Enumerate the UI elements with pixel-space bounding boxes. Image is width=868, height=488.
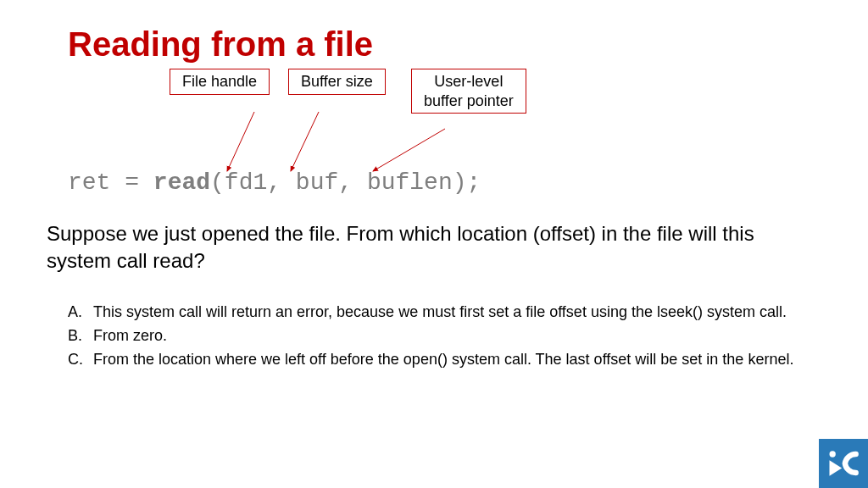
options-list: A. This system call will return an error… xyxy=(68,301,817,372)
annotation-buffer-size: Buffer size xyxy=(288,69,386,95)
option-letter: A. xyxy=(68,301,93,323)
list-item: C. From the location where we left off b… xyxy=(68,348,817,370)
option-letter: B. xyxy=(68,324,93,347)
question-text: Suppose we just opened the file. From wh… xyxy=(47,220,817,275)
option-text: This system call will return an error, b… xyxy=(93,301,817,323)
option-text: From the location where we left off befo… xyxy=(93,348,817,370)
code-args: (fd1, buf, buflen); xyxy=(210,169,481,196)
svg-marker-5 xyxy=(830,460,843,475)
code-snippet: ret = read(fd1, buf, buflen); xyxy=(68,169,481,196)
list-item: A. This system call will return an error… xyxy=(68,301,817,323)
brand-logo xyxy=(819,439,868,488)
logo-icon xyxy=(825,445,862,482)
annotation-file-handle: File handle xyxy=(170,69,270,95)
list-item: B. From zero. xyxy=(68,324,817,347)
code-func: read xyxy=(153,169,210,196)
option-letter: C. xyxy=(68,348,93,370)
annotation-user-buffer: User-levelbuffer pointer xyxy=(411,69,526,114)
option-text: From zero. xyxy=(93,324,817,347)
code-prefix: ret = xyxy=(68,169,153,196)
annotations-area: File handle Buffer size User-levelbuffer… xyxy=(68,69,821,170)
slide-title: Reading from a file xyxy=(68,25,821,64)
svg-point-4 xyxy=(830,451,836,457)
